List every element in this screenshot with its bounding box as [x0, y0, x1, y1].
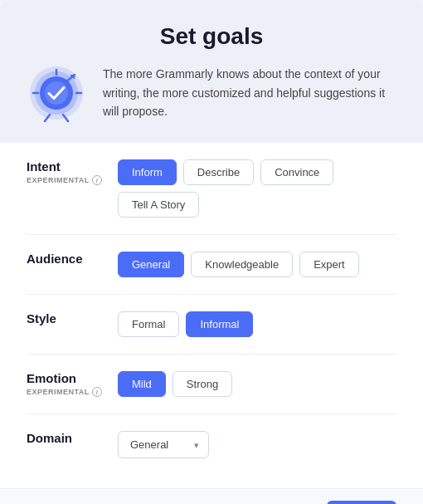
audience-label-group: Audience	[27, 252, 118, 266]
grammarly-logo-icon	[27, 63, 86, 123]
emotion-experimental: EXPERIMENTAL i	[27, 387, 118, 397]
audience-row: Audience General Knowledgeable Expert	[27, 235, 396, 295]
intent-chips: Inform Describe Convince Tell A Story	[118, 159, 396, 218]
emotion-row: Emotion EXPERIMENTAL i Mild Strong	[27, 355, 396, 414]
chip-tell-a-story[interactable]: Tell A Story	[118, 192, 199, 218]
chip-general-audience[interactable]: General	[118, 252, 184, 277]
audience-chips: General Knowledgeable Expert	[118, 252, 359, 277]
header-description: The more Grammarly knows about the conte…	[103, 65, 396, 120]
chip-mild[interactable]: Mild	[118, 371, 166, 397]
style-chips: Formal Informal	[118, 311, 253, 337]
intent-experimental: EXPERIMENTAL i	[27, 175, 118, 185]
chip-strong[interactable]: Strong	[173, 371, 232, 397]
style-row: Style Formal Informal	[27, 295, 396, 355]
goals-body: Intent EXPERIMENTAL i Inform Describe Co…	[0, 143, 423, 488]
footer-section: Show Set Goals when I start a new docume…	[0, 488, 423, 504]
domain-select-wrap: General Academic Business Technical Crea…	[118, 431, 209, 458]
chip-informal[interactable]: Informal	[186, 311, 253, 337]
chip-convince[interactable]: Convince	[260, 159, 333, 185]
domain-select[interactable]: General Academic Business Technical Crea…	[118, 431, 209, 458]
set-goals-card: Set goals The more Gramm	[0, 0, 423, 504]
emotion-info-icon[interactable]: i	[92, 387, 102, 397]
chip-inform[interactable]: Inform	[118, 159, 177, 185]
style-label-group: Style	[27, 311, 118, 325]
intent-row: Intent EXPERIMENTAL i Inform Describe Co…	[27, 143, 396, 235]
page-title: Set goals	[160, 23, 263, 50]
emotion-label-group: Emotion EXPERIMENTAL i	[27, 371, 118, 397]
chip-knowledgeable[interactable]: Knowledgeable	[191, 252, 293, 277]
domain-label: Domain	[27, 431, 118, 445]
domain-label-group: Domain	[27, 431, 118, 445]
chip-formal[interactable]: Formal	[118, 311, 179, 337]
done-button[interactable]: DONE	[327, 501, 396, 504]
header-section: Set goals The more Gramm	[0, 0, 423, 143]
intent-info-icon[interactable]: i	[92, 175, 102, 185]
chip-expert[interactable]: Expert	[299, 252, 359, 277]
style-label: Style	[27, 311, 118, 325]
chip-describe[interactable]: Describe	[183, 159, 254, 185]
domain-row: Domain General Academic Business Technic…	[27, 414, 396, 475]
intent-label: Intent	[27, 159, 118, 174]
emotion-label: Emotion	[27, 371, 118, 385]
audience-label: Audience	[27, 252, 118, 266]
intent-label-group: Intent EXPERIMENTAL i	[27, 159, 118, 185]
emotion-chips: Mild Strong	[118, 371, 232, 397]
header-content: The more Grammarly knows about the conte…	[27, 63, 396, 123]
